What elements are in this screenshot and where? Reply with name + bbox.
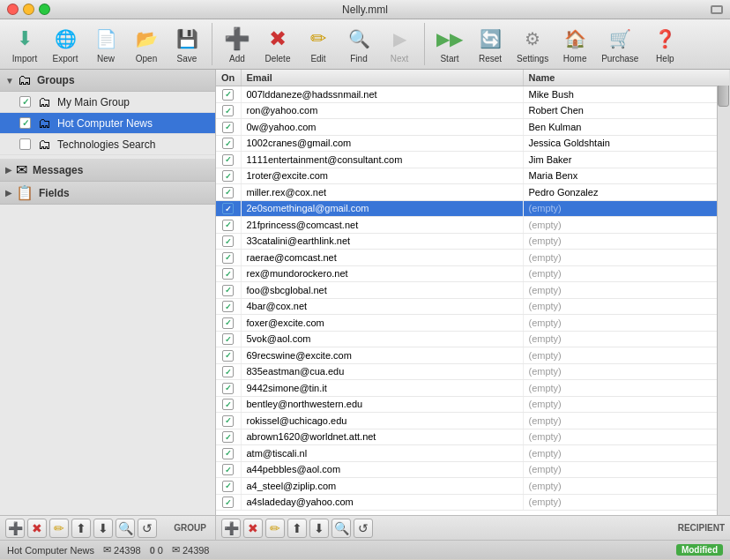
row-checkbox[interactable]: ✓ — [222, 89, 234, 101]
toolbar-settings[interactable]: ⚙ Settings — [511, 23, 554, 65]
table-row[interactable]: ✓2e0somethingal@gmail.com(empty) — [216, 200, 730, 217]
maximize-button[interactable] — [39, 4, 50, 15]
toolbar-edit[interactable]: ✏ Edit — [299, 23, 338, 65]
toolbar-open[interactable]: 📂 Open — [127, 23, 166, 65]
toolbar-purchase[interactable]: 🛒 Purchase — [596, 23, 644, 65]
scrollbar-track[interactable] — [717, 70, 730, 515]
row-checkbox[interactable]: ✓ — [222, 333, 234, 345]
row-checkbox[interactable]: ✓ — [222, 415, 234, 427]
table-row[interactable]: ✓1111entertainment@consultant.comJim Bak… — [216, 152, 730, 168]
row-checkbox[interactable]: ✓ — [222, 105, 234, 116]
row-checkbox[interactable]: ✓ — [222, 187, 234, 198]
move-up-group-button[interactable]: ⬆ — [71, 519, 91, 538]
add-recipient-button[interactable]: ➕ — [221, 519, 241, 538]
row-checkbox[interactable]: ✓ — [222, 235, 234, 247]
col-email-header[interactable]: Email — [241, 70, 523, 86]
table-row[interactable]: ✓69recswine@excite.com(empty) — [216, 347, 730, 364]
resize-control[interactable] — [711, 5, 723, 14]
table-row[interactable]: ✓4bar@cox.net(empty) — [216, 298, 730, 315]
row-checkbox[interactable]: ✓ — [222, 383, 234, 394]
row-checkbox[interactable]: ✓ — [222, 301, 234, 312]
row-checkbox[interactable]: ✓ — [222, 138, 234, 149]
row-checkbox[interactable]: ✓ — [222, 431, 234, 443]
add-group-button[interactable]: ➕ — [5, 519, 25, 538]
row-checkbox[interactable]: ✓ — [222, 252, 234, 264]
hot-computer-news-checkbox[interactable] — [19, 117, 31, 129]
sidebar-item-hot-computer-news[interactable]: 🗂 Hot Computer News — [0, 113, 215, 134]
row-checkbox[interactable]: ✓ — [222, 285, 234, 296]
table-row[interactable]: ✓foxer@excite.com(empty) — [216, 315, 730, 332]
toolbar-export[interactable]: 🌐 Export — [46, 23, 85, 65]
row-checkbox[interactable]: ✓ — [222, 268, 234, 280]
remove-group-button[interactable]: ✖ — [27, 519, 47, 538]
row-checkbox[interactable]: ✓ — [222, 464, 234, 475]
table-row[interactable]: ✓raerae@comcast.net(empty) — [216, 250, 730, 266]
row-checkbox[interactable]: ✓ — [222, 203, 234, 214]
technologies-search-checkbox[interactable] — [19, 138, 31, 150]
move-down-group-button[interactable]: ⬇ — [93, 519, 113, 538]
edit-recipient-button[interactable]: ✏ — [265, 519, 285, 538]
sidebar-item-my-main-group[interactable]: 🗂 My Main Group — [0, 92, 215, 113]
row-checkbox[interactable]: ✓ — [222, 317, 234, 329]
table-row[interactable]: ✓835eastman@cua.edu(empty) — [216, 363, 730, 380]
table-row[interactable]: ✓foo@sbcglobal.net(empty) — [216, 282, 730, 299]
refresh-recipient-button[interactable]: ↺ — [354, 519, 373, 538]
table-row[interactable]: ✓9442simone@tin.it(empty) — [216, 380, 730, 397]
refresh-group-button[interactable]: ↺ — [138, 519, 157, 538]
toolbar-reset[interactable]: 🔄 Reset — [471, 23, 510, 65]
row-checkbox[interactable]: ✓ — [222, 154, 234, 166]
col-name-header[interactable]: Name — [523, 70, 730, 86]
table-row[interactable]: ✓33catalini@earthlink.net(empty) — [216, 233, 730, 250]
table-row[interactable]: ✓a4_steel@ziplip.com(empty) — [216, 478, 730, 495]
table-row[interactable]: ✓atm@tiscali.nl(empty) — [216, 445, 730, 462]
toolbar-home[interactable]: 🏠 Home — [555, 23, 594, 65]
table-row[interactable]: ✓1002cranes@gmail.comJessica Goldshtain — [216, 135, 730, 152]
table-wrapper[interactable]: On Email Name ✓007lddaneze@hadssnmail.ne… — [216, 70, 730, 515]
minimize-button[interactable] — [23, 4, 34, 15]
table-row[interactable]: ✓a44pebbles@aol.com(empty) — [216, 461, 730, 478]
row-checkbox[interactable]: ✓ — [222, 481, 234, 492]
table-row[interactable]: ✓bentley@northwestern.edu(empty) — [216, 396, 730, 413]
row-checkbox[interactable]: ✓ — [222, 497, 234, 508]
my-main-group-checkbox[interactable] — [19, 96, 31, 108]
remove-recipient-button[interactable]: ✖ — [243, 519, 263, 538]
table-row[interactable]: ✓rokissel@uchicago.edu(empty) — [216, 413, 730, 429]
table-row[interactable]: ✓miller.rex@cox.netPedro Gonzalez — [216, 184, 730, 201]
table-row[interactable]: ✓007lddaneze@hadssnmail.netMike Bush — [216, 86, 730, 103]
table-row[interactable]: ✓ron@yahoo.comRobert Chen — [216, 102, 730, 119]
toolbar-delete[interactable]: ✖ Delete — [258, 23, 297, 65]
toolbar-next[interactable]: ▶ Next — [380, 23, 419, 65]
move-down-recipient-button[interactable]: ⬇ — [309, 519, 329, 538]
table-row[interactable]: ✓0w@yahoo.comBen Kulman — [216, 119, 730, 136]
toolbar-save[interactable]: 💾 Save — [168, 23, 206, 65]
search-group-button[interactable]: 🔍 — [115, 519, 135, 538]
table-row[interactable]: ✓1roter@excite.comMaria Benx — [216, 168, 730, 184]
move-up-recipient-button[interactable]: ⬆ — [287, 519, 307, 538]
toolbar-start[interactable]: ▶▶ Start — [430, 23, 469, 65]
row-checkbox[interactable]: ✓ — [222, 350, 234, 362]
table-row[interactable]: ✓a4sladeday@yahoo.com(empty) — [216, 494, 730, 511]
toolbar-new[interactable]: 📄 New — [86, 23, 125, 65]
row-checkbox[interactable]: ✓ — [222, 448, 234, 459]
row-checkbox[interactable]: ✓ — [222, 399, 234, 410]
row-checkbox[interactable]: ✓ — [222, 170, 234, 182]
edit-group-button[interactable]: ✏ — [49, 519, 69, 538]
messages-section-header[interactable]: ▶ ✉ Messages — [0, 159, 215, 182]
row-checkbox[interactable]: ✓ — [222, 366, 234, 377]
toolbar-add[interactable]: ➕ Add — [218, 23, 257, 65]
search-recipient-button[interactable]: 🔍 — [331, 519, 351, 538]
fields-section-header[interactable]: ▶ 📋 Fields — [0, 182, 215, 205]
toolbar-import[interactable]: ⬇ Import — [5, 23, 44, 65]
close-button[interactable] — [7, 4, 19, 15]
table-row[interactable]: ✓abrown1620@worldnet.att.net(empty) — [216, 429, 730, 445]
toolbar-find[interactable]: 🔍 Find — [339, 23, 378, 65]
table-row[interactable]: ✓5vok@aol.com(empty) — [216, 331, 730, 347]
sidebar-item-technologies-search[interactable]: 🗂 Technologies Search — [0, 134, 215, 155]
row-checkbox[interactable]: ✓ — [222, 220, 234, 231]
window-controls[interactable] — [7, 4, 50, 15]
toolbar-help[interactable]: ❓ Help — [645, 23, 684, 65]
table-row[interactable]: ✓rex@mundorockero.net(empty) — [216, 265, 730, 282]
groups-section-header[interactable]: ▼ 🗂 Groups — [0, 70, 215, 92]
row-checkbox[interactable]: ✓ — [222, 122, 234, 133]
table-row[interactable]: ✓21fprincess@comcast.net(empty) — [216, 217, 730, 234]
